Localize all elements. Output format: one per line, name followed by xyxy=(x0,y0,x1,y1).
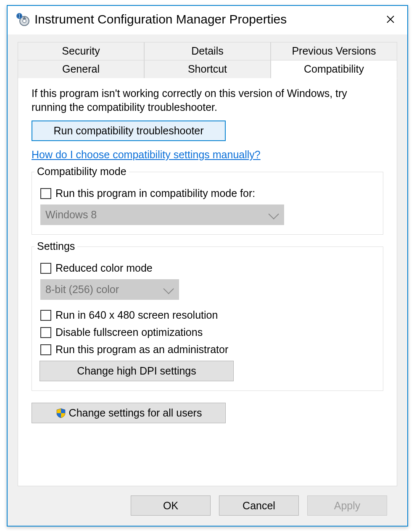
resolution-checkbox[interactable] xyxy=(40,310,51,321)
reduced-color-checkbox[interactable] xyxy=(40,263,51,274)
cancel-button[interactable]: Cancel xyxy=(219,495,299,516)
reduced-color-label: Reduced color mode xyxy=(55,262,153,274)
tab-general[interactable]: General xyxy=(18,60,144,79)
intro-text: If this program isn't working correctly … xyxy=(32,86,383,114)
chevron-down-icon xyxy=(163,283,174,294)
run-as-admin-checkbox[interactable] xyxy=(40,344,51,355)
manual-settings-link[interactable]: How do I choose compatibility settings m… xyxy=(32,149,261,161)
run-as-admin-label: Run this program as an administrator xyxy=(55,343,228,356)
tab-details[interactable]: Details xyxy=(144,42,271,60)
tab-compatibility[interactable]: Compatibility xyxy=(271,60,397,79)
disable-fullscreen-checkbox[interactable] xyxy=(40,327,51,338)
close-button[interactable] xyxy=(381,10,400,29)
compat-mode-checkbox[interactable] xyxy=(40,188,51,199)
tab-previous-versions[interactable]: Previous Versions xyxy=(271,42,397,60)
apply-button: Apply xyxy=(307,495,387,516)
tab-security[interactable]: Security xyxy=(18,42,144,60)
disable-fullscreen-label: Disable fullscreen optimizations xyxy=(55,326,203,338)
tabs-row-1: Security Details Previous Versions xyxy=(18,42,397,60)
compat-mode-combobox[interactable]: Windows 8 xyxy=(40,204,284,225)
dialog-title: Instrument Configuration Manager Propert… xyxy=(34,12,381,26)
compat-mode-value: Windows 8 xyxy=(45,209,97,221)
chevron-down-icon xyxy=(268,209,279,219)
tabs-row-2: General Shortcut Compatibility xyxy=(18,60,397,79)
svg-rect-5 xyxy=(19,14,20,18)
compatibility-panel: If this program isn't working correctly … xyxy=(18,78,397,486)
titlebar: Instrument Configuration Manager Propert… xyxy=(8,6,407,34)
change-all-users-button[interactable]: Change settings for all users xyxy=(32,403,226,423)
color-depth-value: 8-bit (256) color xyxy=(45,283,119,296)
close-icon xyxy=(386,15,395,24)
resolution-label: Run in 640 x 480 screen resolution xyxy=(55,309,218,321)
app-icon xyxy=(15,12,30,27)
tab-shortcut[interactable]: Shortcut xyxy=(144,60,271,79)
dialog-footer: OK Cancel Apply xyxy=(18,486,397,526)
color-depth-combobox[interactable]: 8-bit (256) color xyxy=(40,279,179,300)
svg-point-2 xyxy=(23,19,26,23)
change-all-users-label: Change settings for all users xyxy=(69,407,202,419)
compatibility-mode-group: Compatibility mode Run this program in c… xyxy=(32,172,383,235)
shield-icon xyxy=(55,408,66,419)
dialog-body: Security Details Previous Versions Gener… xyxy=(8,34,407,526)
settings-group: Settings Reduced color mode 8-bit (256) … xyxy=(32,246,383,391)
compat-mode-label: Run this program in compatibility mode f… xyxy=(55,187,255,199)
compatibility-mode-legend: Compatibility mode xyxy=(34,165,129,178)
ok-button[interactable]: OK xyxy=(131,495,211,516)
high-dpi-button[interactable]: Change high DPI settings xyxy=(40,361,234,381)
settings-legend: Settings xyxy=(34,240,77,252)
properties-dialog: Instrument Configuration Manager Propert… xyxy=(7,5,408,527)
run-troubleshooter-button[interactable]: Run compatibility troubleshooter xyxy=(32,121,226,141)
